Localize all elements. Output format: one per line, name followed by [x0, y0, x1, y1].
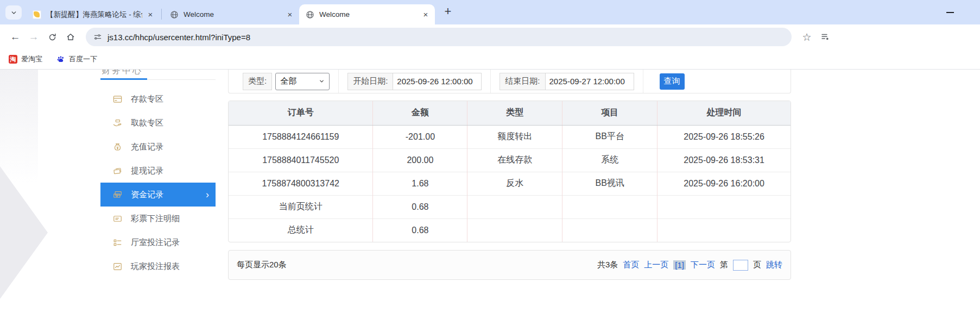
cell-total-label: 总统计 — [229, 218, 373, 242]
filter-divider — [643, 70, 643, 93]
cell-empty — [657, 218, 791, 242]
sidebar-item-funds-records[interactable]: 资金记录 › — [100, 183, 216, 207]
type-select-value: 全部 — [280, 76, 296, 86]
cell-time: 2025-09-26 18:53:31 — [657, 148, 791, 172]
home-button[interactable] — [63, 29, 78, 45]
cell-type: 反水 — [467, 172, 562, 195]
minimize-icon — [946, 12, 954, 13]
site-settings-icon — [93, 33, 102, 41]
funds-table: 订单号 金额 类型 项目 处理时间 1758884124661159 -201.… — [229, 101, 791, 242]
sidebar-item-hall-bet-records[interactable]: 厅室投注记录 — [100, 230, 216, 254]
reading-list-icon — [820, 32, 830, 42]
close-icon[interactable]: × — [285, 10, 295, 20]
tab-forum[interactable]: 【新提醒】海燕策略论坛 - 综合 × — [26, 4, 160, 24]
jump-button[interactable]: 跳转 — [766, 260, 782, 270]
cell-amount: 200.00 — [373, 148, 467, 172]
globe-icon — [170, 10, 179, 19]
table-row: 1758884124661159 -201.00 额度转出 BB平台 2025-… — [229, 125, 791, 148]
cell-empty — [657, 195, 791, 218]
column-header: 项目 — [562, 101, 657, 125]
bookmarks-bar: 淘 爱淘宝 百度一下 — [0, 49, 980, 70]
start-date-input[interactable] — [393, 73, 482, 90]
cell-project: 系统 — [562, 148, 657, 172]
tab-welcome-1[interactable]: Welcome × — [163, 4, 299, 24]
background-triangle-decoration — [0, 166, 48, 299]
prev-page-link[interactable]: 上一页 — [644, 260, 668, 270]
page-size-text: 每页显示20条 — [237, 260, 287, 270]
browser-toolbar: ← → js13.cc/hhcp/usercenter.html?iniType… — [0, 24, 980, 49]
minimize-button[interactable] — [943, 5, 957, 20]
chevron-right-icon: › — [206, 190, 209, 199]
sidebar-header-rule — [100, 78, 216, 80]
browser-window: 【新提醒】海燕策略论坛 - 综合 × Welcome × Welcome × +… — [0, 0, 980, 325]
bookmark-label: 爱淘宝 — [21, 54, 42, 64]
report-chart-icon — [112, 261, 123, 272]
table-row-grand-total: 总统计 0.68 — [229, 218, 791, 242]
bookmark-taobao[interactable]: 淘 爱淘宝 — [9, 54, 42, 64]
webpage: 财务中心 存款专区 取款专区 充值记录 提现记录 — [0, 70, 980, 325]
search-button[interactable]: 查询 — [660, 73, 685, 90]
pagination-controls: 共3条 首页 上一页 [1] 下一页 第 页 跳转 — [597, 260, 782, 271]
address-bar[interactable]: js13.cc/hhcp/usercenter.html?iniType=8 — [86, 28, 792, 46]
bookmark-baidu[interactable]: 百度一下 — [56, 54, 97, 64]
filter-divider — [338, 70, 339, 93]
column-header: 类型 — [467, 101, 562, 125]
total-count-text: 共3条 — [597, 260, 618, 270]
sidebar-item-deposit-zone[interactable]: 存款专区 — [100, 87, 216, 111]
globe-icon — [306, 10, 314, 19]
cell-empty — [562, 195, 657, 218]
jump-page-input[interactable] — [733, 260, 748, 271]
withdrawal-wallet-icon — [112, 166, 123, 176]
cell-amount: 1.68 — [373, 172, 467, 195]
sidebar-item-label: 充值记录 — [131, 142, 163, 152]
cell-type: 在线存款 — [467, 148, 562, 172]
close-icon[interactable]: × — [146, 10, 155, 20]
chevron-down-icon — [10, 9, 17, 16]
sidebar-item-label: 玩家投注报表 — [131, 261, 180, 272]
type-select[interactable]: 全部 — [275, 73, 330, 90]
column-header: 处理时间 — [657, 101, 791, 125]
sidebar-header-title: 财务中心 — [102, 70, 143, 76]
end-date-input[interactable] — [545, 73, 634, 90]
funds-notes-icon — [112, 190, 123, 200]
start-date-label: 开始日期: — [347, 73, 393, 90]
cell-empty — [467, 195, 562, 218]
cell-order-no: 1758884011745520 — [229, 148, 373, 172]
reload-icon — [48, 33, 57, 42]
reading-list-button[interactable] — [818, 29, 833, 45]
cell-project: BB平台 — [562, 125, 657, 148]
sidebar-item-recharge-records[interactable]: 充值记录 — [100, 135, 216, 159]
sidebar-header-tab[interactable]: 财务中心 — [100, 70, 216, 80]
sidebar-item-player-bet-report[interactable]: 玩家投注报表 — [100, 254, 216, 278]
tab-search-button[interactable] — [5, 5, 22, 20]
first-page-link[interactable]: 首页 — [623, 260, 639, 270]
bookmark-star-button[interactable]: ☆ — [799, 29, 814, 45]
cell-empty — [562, 218, 657, 242]
sidebar-item-label: 存款专区 — [131, 94, 163, 104]
back-button[interactable]: ← — [8, 29, 23, 45]
home-icon — [66, 32, 75, 42]
jump-suffix-text: 页 — [753, 260, 761, 270]
cell-time: 2025-09-26 16:20:00 — [657, 172, 791, 195]
sidebar-item-withdrawal-records[interactable]: 提现记录 — [100, 159, 216, 183]
close-icon[interactable]: × — [421, 10, 431, 20]
forward-button[interactable]: → — [26, 29, 41, 45]
cell-subtotal-label: 当前页统计 — [229, 195, 373, 218]
cell-type: 额度转出 — [467, 125, 562, 148]
sidebar-item-lottery-bet-details[interactable]: 彩票下注明细 — [100, 207, 216, 230]
reload-button[interactable] — [45, 29, 60, 45]
new-tab-button[interactable]: + — [440, 4, 456, 19]
sidebar-item-withdraw-zone[interactable]: 取款专区 — [100, 111, 216, 135]
tab-separator — [161, 9, 162, 20]
recharge-bag-icon — [112, 142, 123, 152]
filter-bar: 类型: 全部 开始日期: 结束日期: 查询 — [228, 70, 791, 93]
forum-favicon-blob — [34, 11, 40, 17]
filter-divider — [490, 70, 491, 93]
background-decoration — [0, 70, 38, 184]
tab-welcome-2-active[interactable]: Welcome × — [299, 4, 435, 24]
cell-amount: -201.00 — [373, 125, 467, 148]
cell-order-no: 1758884124661159 — [229, 125, 373, 148]
current-page-indicator: [1] — [673, 260, 686, 270]
cell-empty — [467, 218, 562, 242]
next-page-link[interactable]: 下一页 — [691, 260, 715, 270]
